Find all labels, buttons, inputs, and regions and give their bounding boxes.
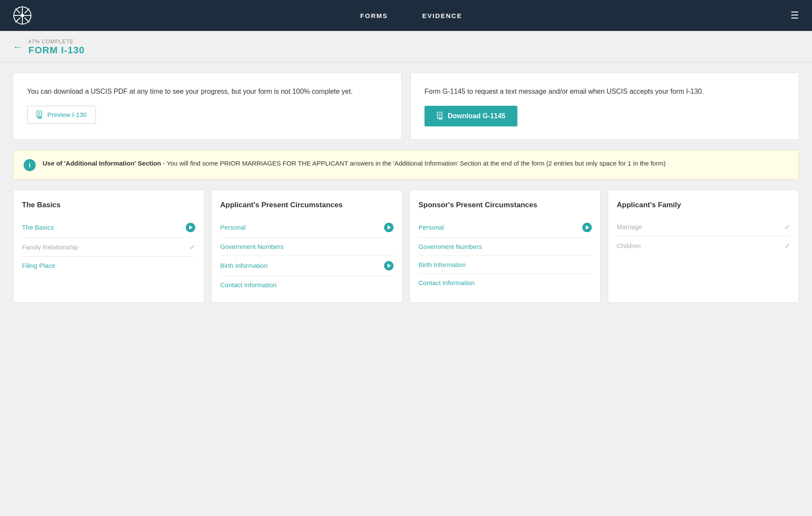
back-arrow[interactable]: ← — [13, 42, 22, 53]
section-item[interactable]: Family Relationship✓ — [22, 238, 195, 257]
svg-line-8 — [25, 9, 29, 13]
section-item[interactable]: The Basics — [22, 218, 195, 238]
breadcrumb-bar: ← 47% COMPLETE FORM I-130 — [0, 31, 812, 62]
check-icon: ✓ — [784, 242, 790, 250]
section-card-applicants-family: Applicant's FamilyMarriage✓Children✓ — [608, 190, 799, 303]
section-item-label: The Basics — [22, 224, 54, 231]
section-item-label: Marriage — [617, 223, 642, 230]
play-icon — [384, 223, 394, 232]
section-item[interactable]: Personal — [418, 218, 592, 238]
section-item-label: Government Numbers — [220, 243, 284, 250]
section-item-label: Contact Information — [220, 281, 277, 289]
svg-text:PDF: PDF — [439, 118, 443, 120]
section-card-the-basics: The BasicsThe BasicsFamily Relationship✓… — [13, 190, 204, 303]
download-card-text: Form G-1145 to request a text message an… — [424, 86, 785, 97]
svg-point-1 — [21, 14, 24, 17]
main-content: You can download a USCIS PDF at any time… — [0, 62, 812, 313]
form-title: FORM I-130 — [28, 45, 85, 56]
section-item-label: Personal — [220, 224, 246, 231]
section-item[interactable]: Marriage✓ — [617, 218, 790, 236]
svg-line-9 — [15, 18, 20, 22]
play-icon — [384, 261, 394, 270]
info-banner-bold: Use of 'Additional Information' Section — [43, 160, 161, 167]
download-button[interactable]: PDF Download G-1145 — [424, 106, 517, 126]
section-item-label: Birth Information — [220, 262, 268, 269]
logo-icon[interactable] — [13, 6, 32, 25]
info-banner-rest: - You will find some PRIOR MARRIAGES FOR… — [161, 160, 665, 167]
play-icon — [582, 223, 592, 232]
section-card-applicants-present: Applicant's Present CircumstancesPersona… — [211, 190, 403, 303]
preview-card: You can download a USCIS PDF at any time… — [13, 73, 402, 140]
section-card-sponsors-present: Sponsor's Present CircumstancesPersonalG… — [409, 190, 601, 303]
svg-text:PDF: PDF — [38, 117, 42, 119]
navigation: FORMS EVIDENCE ☰ — [0, 0, 812, 31]
check-icon: ✓ — [784, 223, 790, 231]
nav-links: FORMS EVIDENCE — [32, 12, 790, 19]
download-card: Form G-1145 to request a text message an… — [410, 73, 799, 140]
section-item[interactable]: Contact Information — [418, 274, 592, 292]
download-button-label: Download G-1145 — [448, 112, 505, 120]
nav-forms[interactable]: FORMS — [360, 12, 388, 19]
section-item-label: Filing Place — [22, 262, 55, 269]
section-grid: The BasicsThe BasicsFamily Relationship✓… — [13, 190, 799, 303]
nav-evidence[interactable]: EVIDENCE — [422, 12, 462, 19]
section-title-sponsors-present: Sponsor's Present Circumstances — [418, 200, 592, 210]
info-banner-text: Use of 'Additional Information' Section … — [43, 158, 666, 169]
preview-button[interactable]: PDF Preview I-130 — [27, 106, 96, 124]
section-item-label: Family Relationship — [22, 243, 78, 251]
section-item[interactable]: Government Numbers — [418, 238, 592, 256]
check-icon: ✓ — [190, 243, 195, 251]
completion-percent: 47% COMPLETE — [28, 39, 85, 45]
cards-row: You can download a USCIS PDF at any time… — [13, 73, 799, 140]
section-item-label: Birth Information — [418, 261, 466, 268]
pdf-icon: PDF — [36, 111, 44, 119]
section-item[interactable]: Government Numbers — [220, 238, 394, 256]
hamburger-menu[interactable]: ☰ — [790, 10, 799, 21]
section-title-the-basics: The Basics — [22, 200, 195, 210]
download-pdf-icon: PDF — [437, 112, 444, 120]
info-icon: i — [24, 159, 36, 171]
play-icon — [186, 223, 195, 232]
section-item-label: Contact Information — [418, 279, 475, 286]
section-item[interactable]: Personal — [220, 218, 394, 238]
preview-button-label: Preview I-130 — [47, 111, 87, 118]
section-item-label: Government Numbers — [418, 243, 482, 250]
svg-line-7 — [25, 18, 29, 22]
section-title-applicants-family: Applicant's Family — [617, 200, 790, 210]
section-title-applicants-present: Applicant's Present Circumstances — [220, 200, 394, 210]
section-item[interactable]: Children✓ — [617, 236, 790, 255]
section-item[interactable]: Birth Information — [418, 256, 592, 274]
section-item[interactable]: Filing Place — [22, 257, 195, 274]
breadcrumb-text: 47% COMPLETE FORM I-130 — [28, 39, 85, 56]
section-item-label: Personal — [418, 224, 444, 231]
info-banner: i Use of 'Additional Information' Sectio… — [13, 150, 799, 179]
section-item[interactable]: Birth Information — [220, 256, 394, 276]
section-item[interactable]: Contact Information — [220, 276, 394, 294]
preview-card-text: You can download a USCIS PDF at any time… — [27, 86, 388, 97]
svg-line-6 — [15, 9, 20, 13]
section-item-label: Children — [617, 242, 641, 249]
